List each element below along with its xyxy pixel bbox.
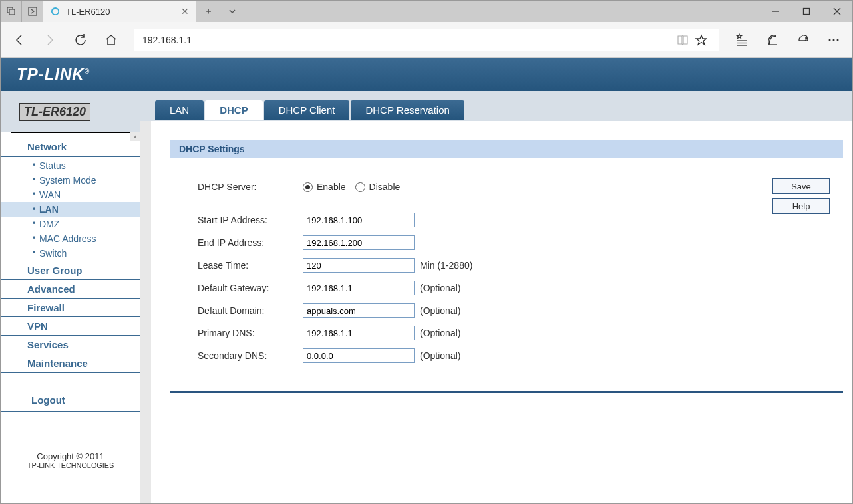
address-input[interactable] — [142, 35, 673, 45]
radio-disable-icon — [355, 182, 365, 192]
svg-rect-5 — [804, 9, 810, 15]
sdns-hint: (Optional) — [420, 350, 460, 361]
sdns-label: Secondary DNS: — [170, 350, 303, 361]
start-ip-input[interactable] — [303, 213, 415, 227]
svg-point-14 — [837, 39, 839, 41]
end-ip-input[interactable] — [303, 235, 415, 250]
window-titlebar: TL-ER6120 ✕ ＋ — [1, 1, 852, 22]
back-button[interactable] — [6, 27, 33, 53]
tab-dhcp[interactable]: DHCP — [205, 100, 263, 120]
radio-disable[interactable]: Disable — [355, 182, 401, 192]
tab-title: TL-ER6120 — [66, 7, 176, 17]
refresh-button[interactable] — [67, 27, 94, 53]
tab-close-icon[interactable]: ✕ — [181, 6, 189, 17]
tab-list-icon[interactable] — [1, 1, 22, 22]
forward-button[interactable] — [37, 27, 63, 53]
help-button[interactable]: Help — [772, 198, 830, 214]
tab-favicon-icon — [50, 6, 61, 17]
pdns-input[interactable] — [303, 326, 415, 340]
gateway-hint: (Optional) — [420, 283, 460, 293]
gateway-input[interactable] — [303, 281, 415, 295]
tab-lan[interactable]: LAN — [155, 100, 204, 120]
brand-logo: TP-LINK® — [17, 65, 90, 84]
tab-dhcp-client[interactable]: DHCP Client — [264, 100, 350, 120]
radio-enable-icon — [303, 182, 313, 192]
nav-section-maintenance[interactable]: Maintenance — [1, 354, 140, 373]
domain-input[interactable] — [303, 303, 415, 318]
nav-section-advanced[interactable]: Advanced — [1, 280, 140, 299]
dhcp-server-label: DHCP Server: — [170, 182, 303, 192]
pdns-hint: (Optional) — [420, 328, 460, 338]
nav-item-wan[interactable]: WAN — [1, 188, 140, 202]
svg-rect-1 — [9, 9, 15, 15]
window-close-button[interactable] — [822, 1, 852, 22]
domain-label: Default Domain: — [170, 305, 303, 316]
favorite-icon[interactable] — [692, 34, 711, 46]
nav-section-vpn[interactable]: VPN — [1, 317, 140, 336]
nav-section-user-group[interactable]: User Group — [1, 261, 140, 280]
window-minimize-button[interactable] — [761, 1, 791, 22]
gateway-label: Default Gateway: — [170, 283, 303, 293]
nav-item-system-mode[interactable]: System Mode — [1, 173, 140, 188]
logout-link[interactable]: Logout — [1, 389, 140, 412]
nav-item-status[interactable]: Status — [1, 158, 140, 173]
address-bar[interactable] — [134, 29, 719, 51]
scroll-up-icon[interactable]: ▴ — [130, 132, 140, 141]
sdns-input[interactable] — [303, 348, 415, 363]
svg-rect-2 — [29, 7, 37, 15]
reading-view-icon[interactable] — [673, 34, 692, 46]
new-tab-button[interactable]: ＋ — [196, 1, 220, 22]
tab-dhcp-reservation[interactable]: DHCP Reservation — [351, 100, 464, 120]
nav-heading-network[interactable]: Network — [1, 133, 140, 157]
radio-enable[interactable]: Enable — [303, 182, 346, 192]
nav-item-lan[interactable]: LAN — [1, 202, 140, 217]
nav-item-mac-address[interactable]: MAC Address — [1, 231, 140, 246]
copyright: Copyright © 2011 TP-LINK TECHNOLOGIES — [1, 412, 140, 469]
sidebar-scrollbar[interactable] — [140, 121, 151, 503]
nav-item-switch[interactable]: Switch — [1, 246, 140, 261]
lease-hint: Min (1-2880) — [420, 260, 472, 271]
section-title: DHCP Settings — [170, 140, 843, 158]
section-divider — [170, 391, 843, 393]
brand-header: TP-LINK® — [1, 58, 852, 91]
save-button[interactable]: Save — [772, 178, 830, 194]
notes-icon[interactable] — [759, 33, 786, 47]
end-ip-label: End IP Address: — [170, 237, 303, 248]
nav-item-dmz[interactable]: DMZ — [1, 217, 140, 231]
pdns-label: Primary DNS: — [170, 328, 303, 338]
window-maximize-button[interactable] — [791, 1, 822, 22]
more-icon[interactable] — [820, 33, 847, 47]
model-label: TL-ER6120 — [19, 103, 90, 121]
home-button[interactable] — [98, 27, 124, 53]
browser-tab[interactable]: TL-ER6120 ✕ — [43, 1, 196, 22]
lease-label: Lease Time: — [170, 260, 303, 271]
set-aside-icon[interactable] — [22, 1, 43, 22]
browser-toolbar — [1, 22, 852, 58]
sidebar: ▴ Network Status System Mode WAN LAN DMZ… — [1, 132, 140, 503]
domain-hint: (Optional) — [420, 305, 460, 316]
favorites-list-icon[interactable] — [729, 33, 755, 47]
nav-section-services[interactable]: Services — [1, 336, 140, 354]
share-icon[interactable] — [790, 33, 816, 47]
start-ip-label: Start IP Address: — [170, 215, 303, 225]
lease-input[interactable] — [303, 258, 415, 273]
nav-section-firewall[interactable]: Firewall — [1, 299, 140, 317]
tab-chevron-icon[interactable] — [220, 1, 244, 22]
svg-point-13 — [833, 39, 835, 41]
svg-point-12 — [829, 39, 831, 41]
